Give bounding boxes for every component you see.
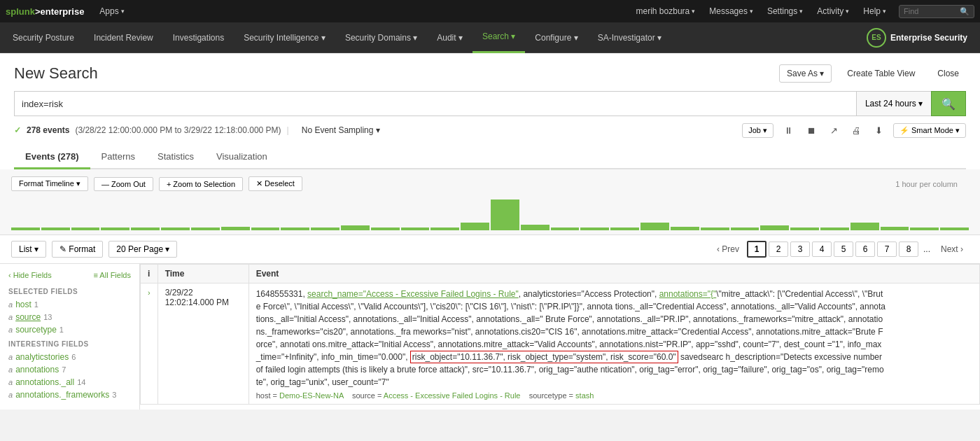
timeline-bar[interactable] <box>401 227 430 230</box>
timeline-bar[interactable] <box>491 200 519 230</box>
timeline-bar[interactable] <box>731 227 760 230</box>
zoom-selection-button[interactable]: + Zoom to Selection <box>159 177 243 191</box>
search-button[interactable]: 🔍 <box>931 91 966 116</box>
format-timeline-button[interactable]: Format Timeline ▾ <box>11 176 88 191</box>
timeline-bar[interactable] <box>371 227 400 230</box>
field-annotations-frameworks[interactable]: a annotations._frameworks 3 <box>8 390 131 400</box>
nav-configure[interactable]: Configure ▾ <box>525 22 587 53</box>
nav-search[interactable]: Search ▾ <box>472 22 525 53</box>
timeline-bars[interactable] <box>0 197 980 230</box>
prev-button[interactable]: ‹ Prev <box>711 242 745 256</box>
no-sampling-button[interactable]: No Event Sampling ▾ <box>295 122 387 139</box>
page-4-button[interactable]: 4 <box>812 241 832 257</box>
page-3-button[interactable]: 3 <box>790 241 810 257</box>
tab-events[interactable]: Events (278) <box>14 146 90 169</box>
page-2-button[interactable]: 2 <box>769 241 788 257</box>
nav-investigations[interactable]: Investigations <box>163 22 234 53</box>
per-page-button[interactable]: 20 Per Page ▾ <box>108 241 177 258</box>
field-sourcetype[interactable]: a sourcetype 1 <box>8 325 131 335</box>
hide-fields-button[interactable]: ‹ Hide Fields <box>8 271 52 279</box>
es-button[interactable]: ES Enterprise Security <box>860 25 974 50</box>
timeline-bar[interactable] <box>131 227 160 230</box>
timeline-bar[interactable] <box>790 227 819 230</box>
field-source[interactable]: a source 13 <box>8 312 131 322</box>
timeline-bar[interactable] <box>910 227 939 230</box>
tab-visualization[interactable]: Visualization <box>205 146 279 169</box>
pause-button[interactable]: ⏸ <box>780 124 797 137</box>
page-7-button[interactable]: 7 <box>877 241 897 257</box>
timeline-bar[interactable] <box>551 227 580 230</box>
format-button[interactable]: ✎ Format <box>52 241 103 258</box>
timeline-bar[interactable] <box>430 227 459 230</box>
search-name-link[interactable]: search_name="Access - Excessive Failed L… <box>307 289 519 299</box>
timeline-bar[interactable] <box>640 223 669 230</box>
print-button[interactable]: 🖨 <box>848 124 864 137</box>
timeline-bar[interactable] <box>521 225 550 230</box>
timeline-bar[interactable] <box>221 227 250 231</box>
page-5-button[interactable]: 5 <box>834 241 853 257</box>
field-host[interactable]: a host 1 <box>8 300 131 309</box>
timeline-bar[interactable] <box>820 227 849 230</box>
timeline-bar[interactable] <box>191 227 220 230</box>
timeline-bar[interactable] <box>760 225 789 230</box>
timeline-bar[interactable] <box>311 227 340 230</box>
save-as-button[interactable]: Save As ▾ <box>779 64 832 83</box>
timeline-bar[interactable] <box>281 227 309 230</box>
smart-mode-button[interactable]: ⚡ Smart Mode ▾ <box>893 123 966 138</box>
tab-patterns[interactable]: Patterns <box>90 146 146 169</box>
nav-security-intelligence[interactable]: Security Intelligence ▾ <box>234 22 335 53</box>
host-value[interactable]: Demo-ES-New-NA <box>279 391 344 400</box>
nav-security-domains[interactable]: Security Domains ▾ <box>335 22 427 53</box>
sourcetype-value[interactable]: stash <box>575 391 594 400</box>
expand-icon[interactable]: › <box>148 288 150 297</box>
zoom-out-button[interactable]: — Zoom Out <box>94 177 153 191</box>
timeline-bar[interactable] <box>41 227 70 230</box>
messages-menu[interactable]: Messages ▾ <box>702 0 760 22</box>
all-fields-button[interactable]: ≡ All Fields <box>94 271 132 279</box>
search-input[interactable] <box>14 91 856 116</box>
timeline-bar[interactable] <box>161 227 190 230</box>
enterprise-security-btn[interactable]: ES Enterprise Security <box>860 25 980 50</box>
create-table-view-button[interactable]: Create Table View <box>840 65 922 82</box>
find-box[interactable]: 🔍 <box>899 5 974 18</box>
field-annotations[interactable]: a annotations 7 <box>8 365 131 374</box>
timeline-bar[interactable] <box>341 225 370 230</box>
timeline-bar[interactable] <box>671 227 699 231</box>
timeline-bar[interactable] <box>11 227 40 230</box>
timeline-bar[interactable] <box>580 227 609 230</box>
timeline-bar[interactable] <box>101 227 130 230</box>
list-button[interactable]: List ▾ <box>11 241 46 258</box>
field-annotations-all[interactable]: a annotations._all 14 <box>8 377 131 387</box>
nav-audit[interactable]: Audit ▾ <box>427 22 472 53</box>
annotations-link[interactable]: annotations="{" <box>659 289 717 299</box>
timeline-bar[interactable] <box>701 227 729 230</box>
share-button[interactable]: ↗ <box>827 124 841 137</box>
nav-sa-investigator[interactable]: SA-Investigator ▾ <box>588 22 671 53</box>
timeline-bar[interactable] <box>461 223 489 230</box>
apps-menu[interactable]: Apps ▾ <box>92 0 131 22</box>
source-value[interactable]: Access - Excessive Failed Logins - Rule <box>384 391 521 400</box>
nav-incident-review[interactable]: Incident Review <box>84 22 163 53</box>
user-menu[interactable]: merih bozbura ▾ <box>629 0 703 22</box>
timeline-bar[interactable] <box>610 227 639 230</box>
stop-button[interactable]: ⏹ <box>804 124 820 137</box>
timeline-bar[interactable] <box>850 223 879 230</box>
timeline-bar[interactable] <box>940 227 969 230</box>
tab-statistics[interactable]: Statistics <box>146 146 205 169</box>
settings-menu[interactable]: Settings ▾ <box>760 0 810 22</box>
download-button[interactable]: ⬇ <box>872 124 886 137</box>
time-range-button[interactable]: Last 24 hours ▾ <box>856 91 931 116</box>
field-analyticstories[interactable]: a analyticstories 6 <box>8 352 131 362</box>
timeline-bar[interactable] <box>881 227 909 231</box>
page-1-button[interactable]: 1 <box>747 241 766 258</box>
next-button[interactable]: Next › <box>935 242 969 256</box>
timeline-bar[interactable] <box>251 227 280 230</box>
timeline-bar[interactable] <box>71 227 100 230</box>
page-6-button[interactable]: 6 <box>855 241 875 257</box>
job-button[interactable]: Job ▾ <box>742 123 774 138</box>
find-input[interactable] <box>904 7 960 15</box>
close-button[interactable]: Close <box>930 65 966 82</box>
nav-security-posture[interactable]: Security Posture <box>3 22 84 53</box>
deselect-button[interactable]: ✕ Deselect <box>248 176 302 191</box>
help-menu[interactable]: Help ▾ <box>856 0 893 22</box>
